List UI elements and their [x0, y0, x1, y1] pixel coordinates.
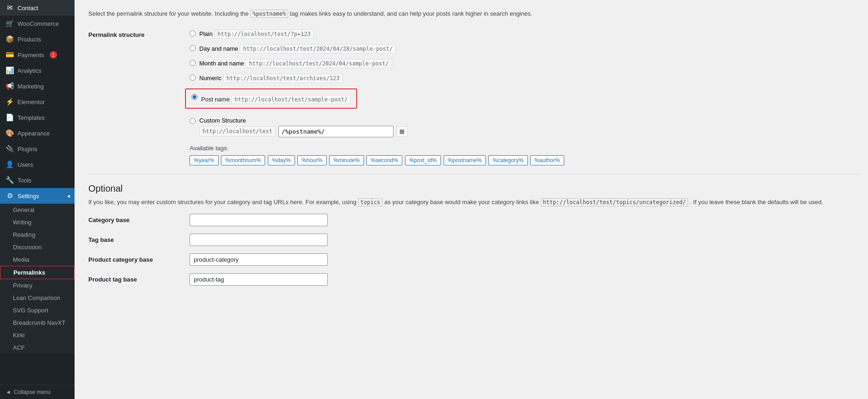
- topics-code: topics: [358, 198, 382, 206]
- submenu-item-permalinks[interactable]: Permalinks: [0, 266, 75, 279]
- sidebar-item-templates[interactable]: 📄 Templates: [0, 110, 75, 125]
- sidebar-item-settings[interactable]: ⚙ Settings ◄: [0, 188, 75, 204]
- sidebar-item-analytics[interactable]: 📊 Analytics: [0, 63, 75, 78]
- submenu-item-acf[interactable]: ACF: [0, 341, 75, 354]
- option-numeric: Numeric http://localhost/test/archives/1…: [190, 71, 859, 86]
- sidebar-item-payments[interactable]: 💳 Payments 1: [0, 47, 75, 63]
- tag-hour[interactable]: %hour%: [297, 155, 326, 165]
- radio-month-name[interactable]: [190, 60, 196, 66]
- submenu-item-kirki[interactable]: Kirki: [0, 329, 75, 341]
- sidebar-item-tools[interactable]: 🔧 Tools: [0, 172, 75, 188]
- users-icon: 👤: [6, 160, 14, 169]
- sidebar-item-appearance[interactable]: 🎨 Appearance: [0, 125, 75, 141]
- payments-icon: 💳: [6, 51, 14, 59]
- postname-code: %postname%: [250, 10, 288, 18]
- radio-custom[interactable]: [190, 118, 196, 124]
- label-post-name-text: Post name: [201, 96, 230, 103]
- sidebar-label-users: Users: [17, 161, 33, 168]
- label-plain-text: Plain: [199, 30, 213, 37]
- submenu-item-loan-comparison[interactable]: Loan Comparison: [0, 292, 75, 304]
- sidebar-label-products: Products: [17, 36, 41, 43]
- option-plain: Plain http://localhost/test/?p=123: [190, 27, 859, 41]
- product-category-base-label: Product category base: [88, 256, 190, 263]
- url-plain: http://localhost/test/?p=123: [214, 29, 314, 39]
- sidebar-item-users[interactable]: 👤 Users: [0, 157, 75, 172]
- radio-day-name[interactable]: [190, 45, 196, 51]
- permalink-options: Plain http://localhost/test/?p=123 Day a…: [190, 27, 859, 166]
- tag-day[interactable]: %day%: [268, 155, 295, 165]
- label-day-name[interactable]: Day and name http://localhost/test/2024/…: [199, 44, 396, 53]
- sidebar-label-woocommerce: WooCommerce: [17, 20, 59, 27]
- product-tag-base-label: Product tag base: [88, 276, 190, 283]
- url-month-name: http://localhost/test/2024/04/sample-pos…: [246, 59, 392, 68]
- submenu-item-reading[interactable]: Reading: [0, 229, 75, 241]
- optional-description: If you like, you may enter custom struct…: [88, 198, 859, 207]
- option-post-name: Post name http://localhost/test/sample-p…: [185, 88, 357, 109]
- url-post-name: http://localhost/test/sample-post/: [231, 95, 351, 104]
- category-base-input[interactable]: [190, 214, 328, 226]
- tag-monthnum[interactable]: %monthnum%: [221, 155, 265, 165]
- label-custom[interactable]: Custom Structure http://localhost/test ⊞: [199, 117, 408, 137]
- contact-icon: ✉: [6, 4, 14, 12]
- tag-post-id[interactable]: %post_id%: [405, 155, 441, 165]
- woocommerce-icon: 🛒: [6, 19, 14, 28]
- sidebar: ✉ Contact 🛒 WooCommerce 📦 Products 💳 Pay…: [0, 0, 75, 399]
- available-tags-label: Available tags:: [190, 145, 859, 152]
- submenu-item-writing[interactable]: Writing: [0, 216, 75, 229]
- sidebar-item-woocommerce[interactable]: 🛒 WooCommerce: [0, 16, 75, 31]
- submenu-item-breadcrumb-navxt[interactable]: Breadcrumb NavXT: [0, 317, 75, 329]
- product-category-base-row: Product category base: [88, 253, 859, 266]
- collapse-label: Collapse menu: [14, 389, 51, 395]
- radio-post-name[interactable]: [191, 94, 197, 100]
- appearance-icon: 🎨: [6, 129, 14, 137]
- products-icon: 📦: [6, 35, 14, 43]
- radio-numeric[interactable]: [190, 75, 196, 81]
- label-numeric-text: Numeric: [199, 75, 221, 82]
- label-plain[interactable]: Plain http://localhost/test/?p=123: [199, 29, 314, 39]
- label-post-name[interactable]: Post name http://localhost/test/sample-p…: [201, 93, 351, 104]
- category-base-label: Category base: [88, 217, 190, 223]
- tag-postname[interactable]: %postname%: [444, 155, 486, 165]
- tag-second[interactable]: %second%: [366, 155, 402, 165]
- custom-structure-input-row: http://localhost/test ⊞: [199, 126, 408, 137]
- sidebar-item-plugins[interactable]: 🔌 Plugins: [0, 141, 75, 157]
- submenu-item-privacy[interactable]: Privacy: [0, 279, 75, 292]
- submenu-item-media[interactable]: Media: [0, 253, 75, 266]
- arrow-settings: ◄: [66, 194, 71, 199]
- tag-year[interactable]: %year%: [190, 155, 219, 165]
- available-tags-section: Available tags: %year% %monthnum% %day% …: [190, 145, 859, 166]
- analytics-icon: 📊: [6, 66, 14, 75]
- submenu-item-svg-support[interactable]: SVG Support: [0, 304, 75, 317]
- tag-base-input[interactable]: [190, 234, 328, 246]
- tag-author[interactable]: %author%: [530, 155, 564, 165]
- option-month-name: Month and name http://localhost/test/202…: [190, 56, 859, 71]
- sidebar-label-appearance: Appearance: [17, 130, 50, 137]
- sidebar-label-plugins: Plugins: [17, 146, 37, 153]
- tags-container: %year% %monthnum% %day% %hour% %minute% …: [190, 154, 859, 166]
- product-category-base-input[interactable]: [190, 253, 328, 266]
- custom-structure-input[interactable]: [278, 126, 393, 137]
- tag-category[interactable]: %category%: [488, 155, 527, 165]
- submenu-item-discussion[interactable]: Discussion: [0, 241, 75, 253]
- optional-title: Optional: [88, 183, 859, 194]
- option-day-name: Day and name http://localhost/test/2024/…: [190, 41, 859, 56]
- sidebar-label-elementor: Elementor: [17, 99, 45, 106]
- custom-base-url: http://localhost/test: [199, 126, 276, 136]
- product-tag-base-row: Product tag base: [88, 273, 859, 286]
- sidebar-item-products[interactable]: 📦 Products: [0, 31, 75, 47]
- product-tag-base-input[interactable]: [190, 273, 328, 286]
- sidebar-item-elementor[interactable]: ⚡ Elementor: [0, 94, 75, 110]
- label-month-name[interactable]: Month and name http://localhost/test/202…: [199, 59, 392, 68]
- collapse-menu-button[interactable]: ◄ Collapse menu: [0, 385, 75, 399]
- url-numeric: http://localhost/test/archives/123: [223, 74, 343, 83]
- radio-plain[interactable]: [190, 30, 196, 36]
- submenu-item-general[interactable]: General: [0, 204, 75, 216]
- sidebar-item-marketing[interactable]: 📢 Marketing: [0, 78, 75, 94]
- label-numeric[interactable]: Numeric http://localhost/test/archives/1…: [199, 74, 343, 83]
- option-custom: Custom Structure http://localhost/test ⊞: [190, 114, 859, 140]
- topics-url-code: http://localhost/test/topics/uncategoriz…: [541, 198, 689, 206]
- elementor-icon: ⚡: [6, 98, 14, 106]
- sidebar-item-contact[interactable]: ✉ Contact: [0, 0, 75, 16]
- custom-structure-icon-btn[interactable]: ⊞: [396, 126, 408, 137]
- tag-minute[interactable]: %minute%: [329, 155, 364, 165]
